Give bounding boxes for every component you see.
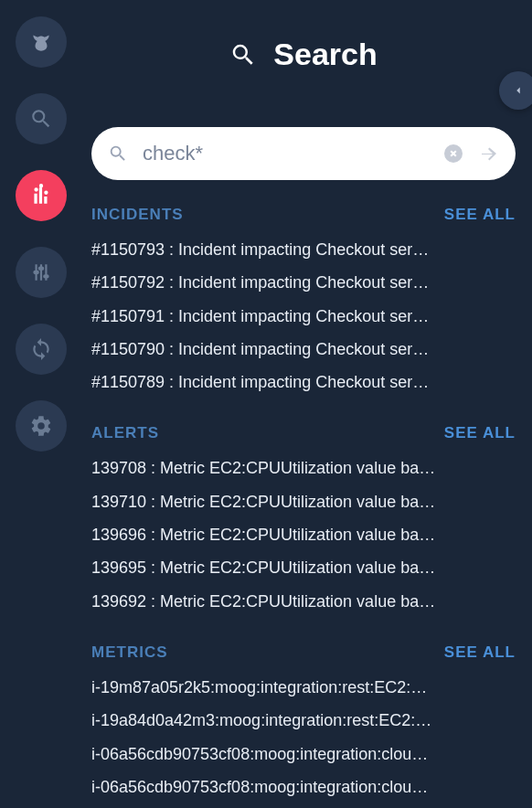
sync-icon	[29, 337, 53, 361]
search-panel: Search INCIDENTS SEE ALL #1150793 : Inci…	[91, 9, 516, 799]
panel-header: Search	[91, 37, 516, 72]
section-title-incidents: INCIDENTS	[91, 206, 184, 224]
section-metrics: METRICS SEE ALL i-19m87a05r2k5:moog:inte…	[91, 643, 516, 808]
list-item[interactable]: i-19a83n1n2ie2:moog:integration:rest:EC2…	[91, 803, 516, 808]
list-item[interactable]: i-06a56cdb90753cf08:moog:integration:clo…	[91, 738, 516, 771]
nav-settings[interactable]	[16, 400, 67, 452]
nav-search[interactable]	[16, 93, 67, 144]
list-item[interactable]: i-19m87a05r2k5:moog:integration:rest:EC2…	[91, 671, 516, 704]
search-input[interactable]	[141, 141, 430, 166]
sliders-icon	[29, 260, 53, 284]
list-item[interactable]: #1150790 : Incident impacting Checkout s…	[91, 333, 516, 366]
list-item[interactable]: i-19a84d0a42m3:moog:integration:rest:EC2…	[91, 704, 516, 737]
list-item[interactable]: 139692 : Metric EC2:CPUUtilization value…	[91, 585, 516, 618]
search-icon	[229, 41, 257, 69]
submit-arrow-icon[interactable]	[477, 143, 499, 165]
list-item[interactable]: 139695 : Metric EC2:CPUUtilization value…	[91, 551, 516, 584]
list-item[interactable]: 139696 : Metric EC2:CPUUtilization value…	[91, 518, 516, 551]
list-item[interactable]: #1150791 : Incident impacting Checkout s…	[91, 300, 516, 333]
section-incidents: INCIDENTS SEE ALL #1150793 : Incident im…	[91, 206, 516, 399]
list-item[interactable]: #1150793 : Incident impacting Checkout s…	[91, 233, 516, 266]
clear-icon[interactable]	[442, 143, 464, 165]
nav-sync[interactable]	[16, 324, 67, 375]
chart-nodes-icon	[29, 184, 53, 207]
nav-dashboard[interactable]	[16, 170, 67, 221]
search-field-container	[91, 127, 516, 180]
section-title-alerts: ALERTS	[91, 424, 159, 442]
gear-icon	[29, 414, 53, 438]
search-icon	[108, 144, 128, 164]
see-all-alerts[interactable]: SEE ALL	[444, 424, 516, 442]
sidebar-nav	[9, 16, 73, 452]
list-item[interactable]: 139708 : Metric EC2:CPUUtilization value…	[91, 452, 516, 484]
see-all-metrics[interactable]: SEE ALL	[444, 643, 516, 662]
search-icon	[29, 107, 53, 131]
bull-icon	[29, 30, 53, 54]
see-all-incidents[interactable]: SEE ALL	[444, 206, 516, 224]
section-alerts: ALERTS SEE ALL 139708 : Metric EC2:CPUUt…	[91, 424, 516, 617]
panel-title: Search	[273, 37, 377, 72]
nav-tuning[interactable]	[16, 247, 67, 298]
section-title-metrics: METRICS	[91, 643, 168, 662]
list-item[interactable]: 139710 : Metric EC2:CPUUtilization value…	[91, 485, 516, 518]
nav-logo[interactable]	[16, 16, 67, 68]
list-item[interactable]: i-06a56cdb90753cf08:moog:integration:clo…	[91, 771, 516, 803]
list-item[interactable]: #1150789 : Incident impacting Checkout s…	[91, 366, 516, 399]
list-item[interactable]: #1150792 : Incident impacting Checkout s…	[91, 266, 516, 299]
